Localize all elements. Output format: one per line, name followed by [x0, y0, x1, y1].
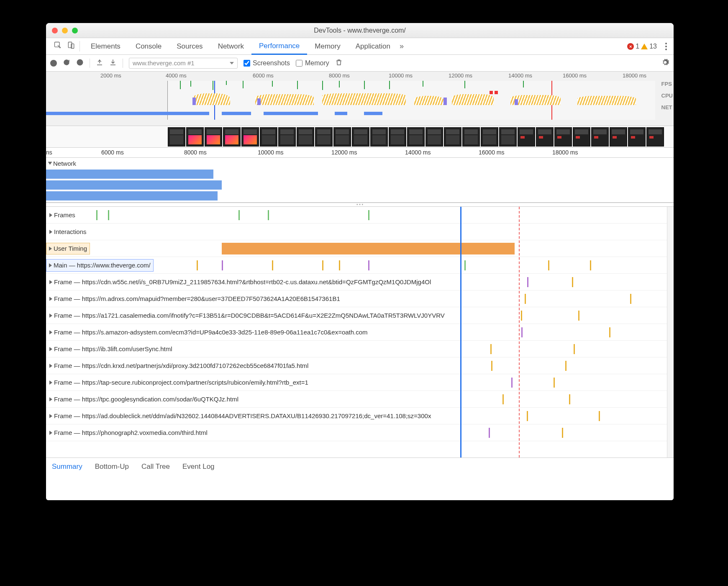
tab-elements[interactable]: Elements [83, 38, 128, 54]
frame-url: Frame — https://tpc.googlesyndication.co… [54, 396, 238, 403]
resize-grip[interactable]: • • • [46, 203, 674, 207]
load-profile-icon[interactable] [96, 59, 103, 68]
frame-row[interactable]: Frame — https://cdn.w55c.net/i/s_0RB7U9m… [46, 274, 674, 290]
interactions-row[interactable]: Interactions [46, 224, 674, 240]
filmstrip-thumb[interactable] [352, 127, 369, 146]
filmstrip-thumb[interactable] [370, 127, 388, 146]
overview-track-labels: FPS CPU NET [661, 81, 673, 116]
main-thread-row[interactable]: Main — https://www.theverge.com/ [46, 257, 674, 274]
tab-bottom-up[interactable]: Bottom-Up [95, 463, 129, 471]
filmstrip-thumb[interactable] [278, 127, 296, 146]
tab-application[interactable]: Application [348, 38, 398, 54]
scrollbar[interactable] [667, 207, 674, 457]
expander-icon [49, 364, 52, 368]
overview-timeline[interactable]: 2000 ms4000 ms6000 ms8000 ms10000 ms1200… [46, 72, 674, 126]
filmstrip-thumb[interactable] [610, 127, 627, 146]
frame-url: Frame — https://m.adnxs.com/mapuid?membe… [54, 295, 340, 302]
filmstrip-thumb[interactable] [591, 127, 609, 146]
filmstrip-thumb[interactable] [573, 127, 590, 146]
dropdown-icon [230, 62, 234, 64]
filmstrip-thumb[interactable] [462, 127, 480, 146]
frame-row[interactable]: Frame — https://ad.doubleclick.net/ddm/a… [46, 408, 674, 424]
ruler-tick: ns [46, 149, 52, 156]
filmstrip-thumb[interactable] [554, 127, 572, 146]
memory-label: Memory [305, 59, 329, 67]
frame-row[interactable]: Frame — https://s.amazon-adsystem.com/ec… [46, 324, 674, 341]
reload-icon[interactable] [63, 59, 70, 68]
tab-console[interactable]: Console [128, 38, 169, 54]
frame-url: Frame — https://phonograph2.voxmedia.com… [54, 429, 208, 436]
filmstrip-thumb[interactable] [389, 127, 406, 146]
frame-url: Frame — https://tap-secure.rubiconprojec… [54, 379, 308, 386]
detail-ruler: ns6000 ms8000 ms10000 ms12000 ms14000 ms… [46, 148, 674, 158]
expander-icon [49, 314, 52, 318]
load-event-line [460, 207, 461, 457]
frame-row[interactable]: Frame — https://tpc.googlesyndication.co… [46, 391, 674, 408]
user-timing-row[interactable]: User Timing [46, 240, 674, 257]
frame-row[interactable]: Frame — https://a1721.casalemedia.com/if… [46, 307, 674, 324]
more-tabs-icon[interactable]: » [398, 42, 405, 51]
filmstrip-thumb[interactable] [518, 127, 535, 146]
frame-url: Frame — https://cdn.krxd.net/partnerjs/x… [54, 362, 308, 369]
save-profile-icon[interactable] [109, 59, 117, 68]
filmstrip-thumb[interactable] [223, 127, 241, 146]
screenshots-checkbox[interactable]: Screenshots [244, 59, 290, 67]
kebab-menu-icon[interactable] [662, 43, 670, 50]
network-section: Network [46, 158, 674, 203]
filmstrip-thumb[interactable] [481, 127, 498, 146]
filmstrip-thumb[interactable] [260, 127, 277, 146]
screenshots-checkbox-input[interactable] [244, 60, 250, 67]
frames-row[interactable]: Frames [46, 207, 674, 224]
frame-row[interactable]: Frame — https://m.adnxs.com/mapuid?membe… [46, 290, 674, 307]
network-header[interactable]: Network [46, 158, 674, 169]
tab-summary[interactable]: Summary [52, 463, 82, 471]
filmstrip-thumb[interactable] [407, 127, 425, 146]
network-label: Network [53, 160, 76, 167]
device-toggle-icon[interactable] [67, 41, 75, 51]
tab-event-log[interactable]: Event Log [182, 463, 215, 471]
warning-icon [641, 44, 648, 49]
trash-icon[interactable] [335, 59, 343, 68]
expander-icon [49, 380, 52, 385]
main-tabs: Elements Console Sources Network Perform… [46, 38, 674, 55]
tab-network[interactable]: Network [210, 38, 251, 54]
filmstrip-thumb[interactable] [297, 127, 314, 146]
filmstrip-thumb[interactable] [536, 127, 554, 146]
recording-selector[interactable]: www.theverge.com #1 [129, 58, 238, 69]
record-button[interactable] [50, 60, 57, 67]
overview-ruler: 2000 ms4000 ms6000 ms8000 ms10000 ms1200… [46, 72, 674, 81]
frame-row[interactable]: Frame — https://tap-secure.rubiconprojec… [46, 374, 674, 391]
filmstrip-thumb[interactable] [241, 127, 259, 146]
filmstrip-thumb[interactable] [205, 127, 222, 146]
flamechart[interactable]: Frames Interactions User Timing Main — h… [46, 207, 674, 457]
filmstrip-thumb[interactable] [444, 127, 461, 146]
filmstrip-thumb[interactable] [168, 127, 185, 146]
settings-icon[interactable] [661, 58, 669, 68]
console-status[interactable]: × 1 13 [627, 43, 657, 50]
error-count: 1 [636, 43, 639, 50]
clear-icon[interactable] [76, 59, 84, 68]
filmstrip-thumb[interactable] [333, 127, 351, 146]
tab-performance[interactable]: Performance [251, 39, 307, 55]
tab-sources[interactable]: Sources [169, 38, 210, 54]
filmstrip-thumb[interactable] [646, 127, 664, 146]
tab-call-tree[interactable]: Call Tree [141, 463, 170, 471]
filmstrip-thumb[interactable] [499, 127, 517, 146]
network-bars[interactable] [46, 169, 674, 202]
frame-url: Frame — https://ib.3lift.com/userSync.ht… [54, 345, 172, 352]
inspect-icon[interactable] [54, 41, 62, 51]
screenshot-filmstrip[interactable] [46, 126, 674, 148]
memory-checkbox-input[interactable] [296, 60, 302, 67]
filmstrip-thumb[interactable] [628, 127, 646, 146]
filmstrip-thumb[interactable] [426, 127, 443, 146]
tab-memory[interactable]: Memory [307, 38, 348, 54]
ruler-tick: 8000 ms [184, 149, 207, 156]
frame-row[interactable]: Frame — https://cdn.krxd.net/partnerjs/x… [46, 357, 674, 374]
frame-row[interactable]: Frame — https://phonograph2.voxmedia.com… [46, 424, 674, 441]
frame-url: Frame — https://ad.doubleclick.net/ddm/a… [54, 412, 431, 419]
filmstrip-thumb[interactable] [315, 127, 333, 146]
frame-row[interactable]: Frame — https://ib.3lift.com/userSync.ht… [46, 341, 674, 357]
ruler-tick: 10000 ms [389, 72, 413, 79]
filmstrip-thumb[interactable] [186, 127, 204, 146]
memory-checkbox[interactable]: Memory [296, 59, 329, 67]
